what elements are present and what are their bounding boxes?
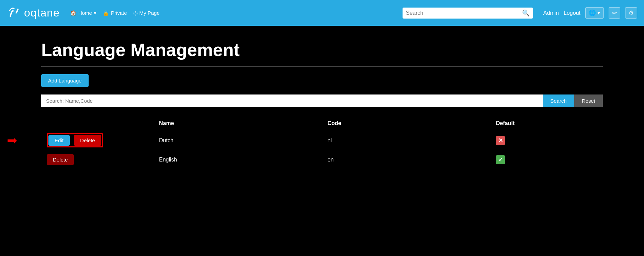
admin-label[interactable]: Admin: [543, 10, 559, 16]
home-icon: 🏠: [70, 10, 77, 16]
logout-button[interactable]: Logout: [564, 10, 580, 16]
settings-button[interactable]: ⚙: [625, 7, 637, 19]
filter-reset-button[interactable]: Reset: [574, 94, 603, 107]
header-search-input[interactable]: [406, 10, 519, 16]
english-default: ✓: [490, 151, 603, 168]
status-check-icon: ✓: [496, 155, 505, 164]
dutch-name: Dutch: [154, 130, 322, 151]
logo-text: oqtane: [24, 7, 60, 19]
edit-page-button[interactable]: ✏: [609, 7, 620, 19]
language-selector-button[interactable]: 🌐 ▾: [585, 7, 604, 19]
arrow-annotation: ➡: [7, 134, 38, 147]
nav-mypage[interactable]: ◎ My Page: [133, 10, 160, 16]
header: oqtane 🏠 Home ▾ 🔒 Private ◎ My Page 🔍 Ad…: [0, 0, 644, 26]
filter-bar: Search Reset: [41, 94, 603, 107]
target-icon: ◎: [133, 10, 138, 16]
highlight-box: Edit Delete: [47, 133, 103, 147]
status-x-icon: ✕: [496, 136, 505, 145]
header-search-area: 🔍: [403, 8, 533, 19]
divider: [41, 66, 603, 67]
header-actions: Admin Logout 🌐 ▾ ✏ ⚙: [543, 7, 637, 19]
gear-icon: ⚙: [629, 9, 634, 16]
pencil-icon: ✏: [612, 9, 617, 16]
col-header-name: Name: [154, 117, 322, 130]
table-row: ➡ Edit Delete Dutch nl ✕: [41, 130, 603, 151]
row-actions-english: Delete: [41, 151, 154, 168]
col-header-actions: [41, 117, 154, 130]
main-content: Language Management Add Language Search …: [0, 26, 644, 182]
language-table: Name Code Default ➡ Edit Delete Dutc: [41, 117, 603, 168]
lock-icon: 🔒: [103, 10, 109, 16]
svg-point-1: [12, 11, 16, 15]
oqtane-logo-icon: [7, 6, 21, 20]
dutch-code: nl: [322, 130, 491, 151]
nav-private[interactable]: 🔒 Private: [103, 10, 127, 16]
filter-search-button[interactable]: Search: [543, 94, 574, 107]
chevron-down-icon: ▾: [94, 10, 97, 16]
filter-input[interactable]: [41, 94, 543, 107]
chevron-down-icon: ▾: [597, 9, 600, 16]
col-header-code: Code: [322, 117, 491, 130]
arrow-icon: ➡: [7, 134, 17, 147]
dutch-default: ✕: [490, 130, 603, 151]
row-actions-dutch: ➡ Edit Delete: [41, 130, 154, 151]
header-search-button[interactable]: 🔍: [522, 9, 530, 17]
logo-area: oqtane: [7, 6, 60, 20]
col-header-default: Default: [490, 117, 603, 130]
add-language-button[interactable]: Add Language: [41, 74, 89, 87]
nav-home[interactable]: 🏠 Home ▾: [70, 10, 97, 16]
table-row: Delete English en ✓: [41, 151, 603, 168]
english-code: en: [322, 151, 491, 168]
delete-dutch-button[interactable]: Delete: [74, 135, 101, 146]
edit-dutch-button[interactable]: Edit: [48, 135, 70, 146]
globe-icon: 🌐: [589, 9, 596, 16]
nav-links: 🏠 Home ▾ 🔒 Private ◎ My Page: [70, 10, 396, 16]
english-name: English: [154, 151, 322, 168]
page-title: Language Management: [41, 40, 603, 60]
delete-english-button[interactable]: Delete: [47, 154, 74, 165]
